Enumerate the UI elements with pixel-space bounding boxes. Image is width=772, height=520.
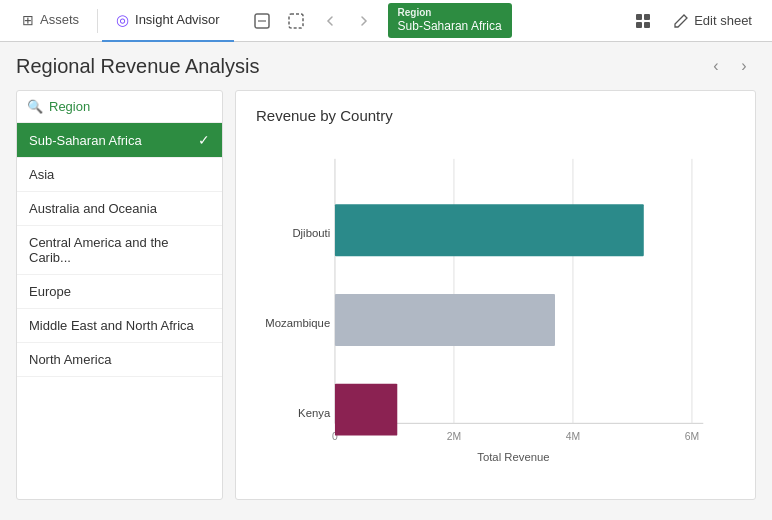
- svg-text:4M: 4M: [566, 431, 580, 442]
- svg-rect-19: [335, 204, 644, 256]
- edit-sheet-label: Edit sheet: [694, 13, 752, 28]
- page-header: Regional Revenue Analysis ‹ ›: [16, 54, 756, 78]
- svg-rect-6: [644, 22, 650, 28]
- sidebar-item-0[interactable]: Sub-Saharan Africa✓: [17, 123, 222, 158]
- sidebar-item-2[interactable]: Australia and Oceania: [17, 192, 222, 226]
- region-sidebar: 🔍 Region Sub-Saharan Africa✓AsiaAustrali…: [16, 90, 223, 500]
- checkmark-icon: ✓: [198, 132, 210, 148]
- top-nav: ⊞ Assets ◎ Insight Advisor: [0, 0, 772, 42]
- region-filter-pill[interactable]: Region Sub-Saharan Africa: [388, 3, 512, 38]
- lasso-tool-btn[interactable]: [246, 5, 278, 37]
- chart-title: Revenue by Country: [256, 107, 735, 124]
- svg-text:Mozambique: Mozambique: [265, 317, 330, 329]
- sidebar-item-3[interactable]: Central America and the Carib...: [17, 226, 222, 275]
- sidebar-list: Sub-Saharan Africa✓AsiaAustralia and Oce…: [17, 123, 222, 499]
- page-area: Regional Revenue Analysis ‹ › 🔍 Region S…: [0, 42, 772, 520]
- sidebar-item-5[interactable]: Middle East and North Africa: [17, 309, 222, 343]
- page-title: Regional Revenue Analysis: [16, 55, 260, 78]
- region-pill-label: Region: [398, 6, 502, 19]
- svg-rect-4: [644, 14, 650, 20]
- chart-container: Revenue by Country 0 2M 4M 6M: [235, 90, 756, 500]
- assets-tab[interactable]: ⊞ Assets: [8, 0, 93, 42]
- assets-label: Assets: [40, 12, 79, 27]
- sidebar-search-bar[interactable]: 🔍 Region: [17, 91, 222, 123]
- svg-text:Djibouti: Djibouti: [292, 227, 330, 239]
- svg-text:2M: 2M: [447, 431, 461, 442]
- svg-text:Total Revenue: Total Revenue: [477, 451, 549, 463]
- grid-view-btn[interactable]: [625, 5, 661, 37]
- sidebar-item-1[interactable]: Asia: [17, 158, 222, 192]
- svg-text:Kenya: Kenya: [298, 407, 331, 419]
- sidebar-item-4[interactable]: Europe: [17, 275, 222, 309]
- nav-tools: [246, 5, 380, 37]
- svg-rect-2: [289, 14, 303, 28]
- insight-advisor-tab[interactable]: ◎ Insight Advisor: [102, 0, 234, 42]
- svg-rect-5: [636, 22, 642, 28]
- edit-sheet-button[interactable]: Edit sheet: [661, 8, 764, 34]
- insight-icon: ◎: [116, 11, 129, 29]
- sidebar-item-6[interactable]: North America: [17, 343, 222, 377]
- region-pill-value: Sub-Saharan Africa: [398, 19, 502, 35]
- forward-tool-btn[interactable]: [348, 5, 380, 37]
- svg-rect-3: [636, 14, 642, 20]
- nav-divider: [97, 9, 98, 33]
- page-nav-arrows: ‹ ›: [704, 54, 756, 78]
- search-label: Region: [49, 99, 90, 114]
- svg-rect-21: [335, 294, 555, 346]
- selection-tool-btn[interactable]: [280, 5, 312, 37]
- prev-arrow-btn[interactable]: ‹: [704, 54, 728, 78]
- back-tool-btn[interactable]: [314, 5, 346, 37]
- insight-advisor-label: Insight Advisor: [135, 12, 220, 27]
- svg-text:6M: 6M: [685, 431, 699, 442]
- grid-icon: ⊞: [22, 12, 34, 28]
- search-icon: 🔍: [27, 99, 43, 114]
- svg-rect-23: [335, 384, 397, 436]
- next-arrow-btn[interactable]: ›: [732, 54, 756, 78]
- chart-svg-area: 0 2M 4M 6M Total Revenue Djibouti Mozamb…: [256, 140, 735, 480]
- main-content: 🔍 Region Sub-Saharan Africa✓AsiaAustrali…: [16, 90, 756, 500]
